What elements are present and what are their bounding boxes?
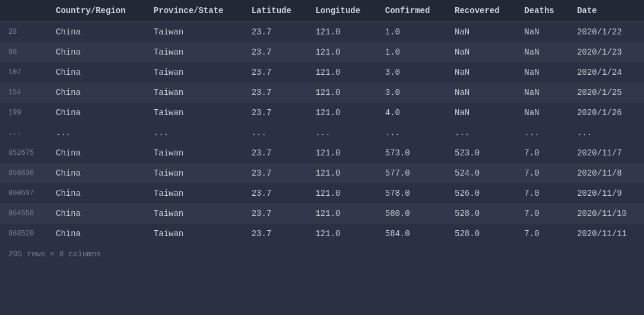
cell-lat: ... [243,123,307,143]
col-header-index [0,0,47,22]
cell-country: China [47,183,145,203]
cell-recovered: 524.0 [446,163,516,183]
cell-index: 864558 [0,203,47,224]
cell-province: Taiwan [145,62,243,82]
cell-index: 852675 [0,143,47,163]
cell-recovered: NaN [446,62,516,82]
table-footer: 295 rows × 8 columns [0,244,644,265]
cell-date: 2020/11/11 [569,224,644,244]
cell-lat: 23.7 [243,183,307,203]
cell-lat: 23.7 [243,22,307,43]
cell-date: 2020/11/9 [569,183,644,203]
cell-lat: 23.7 [243,42,307,62]
col-header-confirmed: Confirmed [377,0,446,22]
cell-lon: 121.0 [307,62,376,82]
table-row: 868520ChinaTaiwan23.7121.0584.0528.07.02… [0,224,644,244]
cell-lat: 23.7 [243,203,307,224]
cell-province: Taiwan [145,22,243,43]
cell-province: Taiwan [145,42,243,62]
table-row: 199ChinaTaiwan23.7121.04.0NaNNaN2020/1/2… [0,103,644,123]
table-row: 864558ChinaTaiwan23.7121.0580.0528.07.02… [0,203,644,224]
cell-lon: 121.0 [307,22,376,43]
cell-lat: 23.7 [243,82,307,103]
cell-confirmed: 4.0 [377,103,446,123]
cell-date: 2020/1/24 [569,62,644,82]
table-row: ........................... [0,123,644,143]
cell-province: Taiwan [145,224,243,244]
cell-date: 2020/11/10 [569,203,644,224]
cell-deaths: NaN [516,22,569,43]
cell-deaths: NaN [516,82,569,103]
cell-lat: 23.7 [243,62,307,82]
cell-deaths: NaN [516,103,569,123]
cell-lat: 23.7 [243,224,307,244]
cell-confirmed: 3.0 [377,62,446,82]
cell-lon: ... [307,123,376,143]
cell-date: 2020/1/26 [569,103,644,123]
cell-country: ... [47,123,145,143]
cell-confirmed: 573.0 [377,143,446,163]
cell-deaths: 7.0 [516,163,569,183]
cell-recovered: 523.0 [446,143,516,163]
cell-index: 28 [0,22,47,43]
cell-recovered: NaN [446,22,516,43]
table-header-row: Country/Region Province/State Latitude L… [0,0,644,22]
table-row: 852675ChinaTaiwan23.7121.0573.0523.07.02… [0,143,644,163]
cell-confirmed: 584.0 [377,224,446,244]
cell-country: China [47,203,145,224]
cell-index: 66 [0,42,47,62]
col-header-recovered: Recovered [446,0,516,22]
col-header-deaths: Deaths [516,0,569,22]
cell-province: Taiwan [145,103,243,123]
cell-date: ... [569,123,644,143]
cell-country: China [47,103,145,123]
cell-province: Taiwan [145,143,243,163]
table-row: 107ChinaTaiwan23.7121.03.0NaNNaN2020/1/2… [0,62,644,82]
cell-confirmed: 1.0 [377,22,446,43]
cell-date: 2020/1/23 [569,42,644,62]
cell-province: Taiwan [145,82,243,103]
cell-deaths: NaN [516,62,569,82]
cell-country: China [47,82,145,103]
cell-recovered: 528.0 [446,224,516,244]
cell-confirmed: 1.0 [377,42,446,62]
cell-country: China [47,143,145,163]
cell-lat: 23.7 [243,103,307,123]
cell-deaths: 7.0 [516,143,569,163]
cell-deaths: ... [516,123,569,143]
cell-recovered: 528.0 [446,203,516,224]
cell-lon: 121.0 [307,163,376,183]
cell-country: China [47,62,145,82]
cell-index: 199 [0,103,47,123]
cell-index: 856636 [0,163,47,183]
cell-lon: 121.0 [307,224,376,244]
cell-country: China [47,163,145,183]
cell-deaths: NaN [516,42,569,62]
cell-deaths: 7.0 [516,183,569,203]
table-row: 154ChinaTaiwan23.7121.03.0NaNNaN2020/1/2… [0,82,644,103]
cell-date: 2020/11/8 [569,163,644,183]
cell-lat: 23.7 [243,163,307,183]
cell-lat: 23.7 [243,143,307,163]
col-header-province: Province/State [145,0,243,22]
col-header-date: Date [569,0,644,22]
cell-index: ... [0,123,47,143]
cell-recovered: NaN [446,82,516,103]
table-row: 856636ChinaTaiwan23.7121.0577.0524.07.02… [0,163,644,183]
cell-confirmed: ... [377,123,446,143]
table-row: 28ChinaTaiwan23.7121.01.0NaNNaN2020/1/22 [0,22,644,43]
cell-lon: 121.0 [307,103,376,123]
cell-province: Taiwan [145,183,243,203]
col-header-latitude: Latitude [243,0,307,22]
cell-recovered: NaN [446,42,516,62]
cell-lon: 121.0 [307,203,376,224]
table-row: 66ChinaTaiwan23.7121.01.0NaNNaN2020/1/23 [0,42,644,62]
table-row: 860597ChinaTaiwan23.7121.0578.0526.07.02… [0,183,644,203]
cell-country: China [47,224,145,244]
cell-recovered: ... [446,123,516,143]
cell-province: Taiwan [145,163,243,183]
cell-index: 107 [0,62,47,82]
data-table: Country/Region Province/State Latitude L… [0,0,644,265]
cell-index: 868520 [0,224,47,244]
cell-confirmed: 577.0 [377,163,446,183]
